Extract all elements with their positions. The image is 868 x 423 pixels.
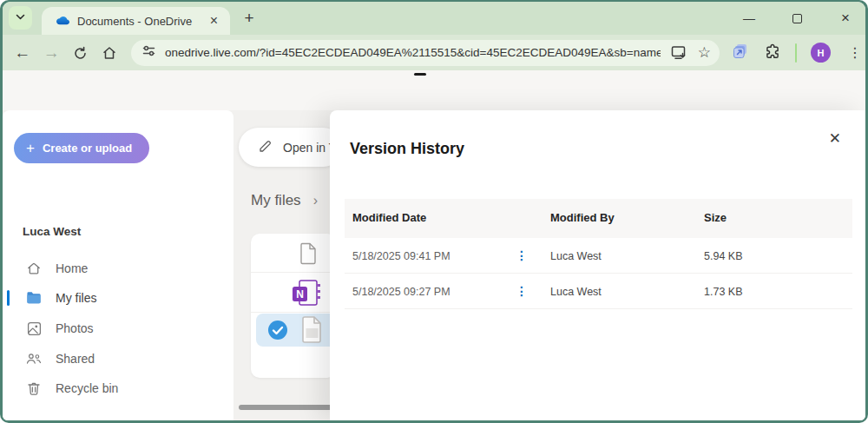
check-circle-icon[interactable]: [267, 320, 288, 344]
tab-close-button[interactable]: ×: [207, 14, 221, 28]
row-menu-icon[interactable]: ⋮: [512, 284, 531, 298]
extensions-puzzle-icon[interactable]: [764, 43, 781, 63]
onenote-notebook-icon: N: [291, 279, 323, 312]
sidebar-item-my-files[interactable]: My files: [3, 284, 227, 312]
close-icon[interactable]: ✕: [825, 128, 845, 149]
profile-avatar[interactable]: H: [811, 43, 831, 63]
home-icon: [26, 261, 42, 276]
install-app-icon[interactable]: [671, 45, 687, 60]
text-document-icon: [301, 315, 323, 347]
sidebar: + Create or upload Luca West Home My fil…: [3, 110, 233, 420]
column-size: Size: [704, 211, 727, 224]
file-list-card: N: [251, 234, 336, 378]
version-date: 5/18/2025 09:41 PM: [352, 250, 450, 262]
browser-toolbar: ← → onedrive.live.com/?id=45EC2ECDEAD049…: [3, 35, 865, 70]
back-icon[interactable]: ←: [8, 44, 37, 61]
selected-indicator: [7, 290, 10, 306]
onedrive-cloud-icon: [54, 13, 69, 29]
site-settings-icon: [141, 43, 156, 62]
breadcrumb[interactable]: My files ›: [251, 192, 318, 209]
sidebar-item-recycle-bin[interactable]: Recycle bin: [3, 374, 227, 402]
version-author: Luca West: [550, 286, 602, 298]
minimize-button[interactable]: —: [736, 11, 762, 25]
row-separator: [251, 312, 336, 313]
sidebar-item-label: Photos: [56, 321, 94, 335]
document-icon: [299, 242, 318, 268]
plus-icon: +: [26, 141, 35, 155]
forward-icon[interactable]: →: [37, 44, 67, 61]
sidebar-item-label: Shared: [56, 352, 95, 366]
onedrive-page: + Create or upload Luca West Home My fil…: [3, 70, 865, 420]
browser-window: Documents - OneDrive × + — × ← → onedriv…: [0, 0, 868, 423]
row-menu-icon[interactable]: ⋮: [512, 248, 531, 262]
open-in-button[interactable]: Open in Te: [239, 128, 343, 167]
table-row[interactable]: 5/18/2025 09:27 PM ⋮ Luca West 1.73 KB: [345, 274, 852, 309]
sidebar-item-shared[interactable]: Shared: [3, 345, 227, 373]
photos-icon: [26, 321, 42, 336]
sidebar-item-home[interactable]: Home: [3, 254, 227, 282]
browser-tab-active[interactable]: Documents - OneDrive ×: [42, 7, 230, 35]
row-separator: [251, 272, 336, 273]
sidebar-item-label: Home: [56, 261, 88, 275]
url-bar[interactable]: onedrive.live.com/?id=45EC2ECDEAD049EA%2…: [131, 40, 720, 66]
panel-title: Version History: [350, 140, 464, 158]
breadcrumb-my-files[interactable]: My files: [251, 192, 301, 209]
table-header: Modified Date Modified By Size: [345, 199, 852, 238]
chevron-right-icon: ›: [313, 193, 318, 208]
selected-file-row[interactable]: [256, 314, 331, 347]
horizontal-scrollbar[interactable]: [239, 405, 336, 410]
version-size: 5.94 KB: [704, 250, 742, 262]
svg-text:N: N: [296, 288, 304, 301]
browse-files-by-header: Browse files by: [23, 419, 108, 420]
version-author: Luca West: [550, 250, 602, 262]
header-dash: [414, 73, 426, 76]
browser-chrome: Documents - OneDrive × + — × ← → onedriv…: [3, 2, 865, 420]
sidebar-item-label: My files: [56, 291, 96, 305]
toolbar-separator: [795, 43, 797, 63]
window-close-button[interactable]: ×: [832, 10, 858, 27]
pinned-extension-icon[interactable]: [732, 42, 750, 63]
version-history-panel: ✕ Version History Modified Date Modified…: [330, 110, 865, 420]
sidebar-item-label: Recycle bin: [56, 381, 118, 395]
shared-people-icon: [26, 351, 42, 367]
pencil-icon: [258, 139, 273, 156]
create-or-upload-button[interactable]: + Create or upload: [14, 133, 149, 163]
window-controls: — ×: [736, 2, 858, 35]
sidebar-item-photos[interactable]: Photos: [3, 314, 227, 342]
page-header-strip: [3, 70, 865, 110]
bookmark-star-icon[interactable]: ☆: [698, 43, 711, 62]
maximize-button[interactable]: [792, 14, 802, 23]
tab-title: Documents - OneDrive: [77, 15, 207, 28]
title-bar: Documents - OneDrive × + — ×: [3, 2, 865, 35]
tab-search-button[interactable]: [9, 6, 32, 30]
url-text: onedrive.live.com/?id=45EC2ECDEAD049EA%2…: [165, 46, 661, 59]
user-name: Luca West: [23, 225, 81, 238]
column-modified-date: Modified Date: [352, 211, 426, 224]
version-table: 5/18/2025 09:41 PM ⋮ Luca West 5.94 KB 5…: [345, 238, 852, 309]
browser-menu-icon[interactable]: ⋮: [845, 44, 865, 61]
version-size: 1.73 KB: [704, 286, 742, 298]
version-date: 5/18/2025 09:27 PM: [352, 286, 450, 298]
new-tab-button[interactable]: +: [239, 9, 260, 28]
chevron-down-icon: [15, 10, 26, 26]
column-modified-by: Modified By: [550, 211, 615, 224]
folder-icon: [26, 290, 42, 306]
table-row[interactable]: 5/18/2025 09:41 PM ⋮ Luca West 5.94 KB: [345, 238, 852, 274]
home-icon[interactable]: [95, 44, 125, 62]
trash-icon: [26, 380, 42, 396]
refresh-icon[interactable]: [66, 44, 95, 61]
create-or-upload-label: Create or upload: [43, 142, 132, 155]
toolbar-right: H ⋮: [732, 42, 865, 63]
